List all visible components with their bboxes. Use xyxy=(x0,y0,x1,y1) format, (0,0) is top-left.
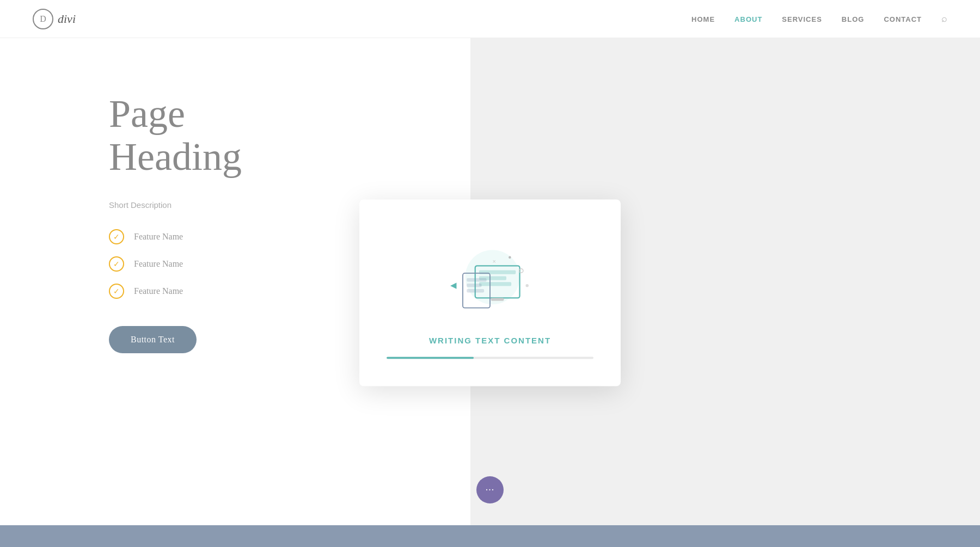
nav-home[interactable]: HOME xyxy=(691,15,715,23)
cta-button[interactable]: Button Text xyxy=(109,326,197,353)
logo-icon: D xyxy=(33,9,53,29)
progress-bar xyxy=(387,357,474,359)
modal-illustration: ◀ × xyxy=(436,232,544,319)
svg-rect-7 xyxy=(467,278,486,281)
feature-label-2: Feature Name xyxy=(134,259,183,269)
svg-text:◀: ◀ xyxy=(450,281,457,290)
feature-label-3: Feature Name xyxy=(134,286,183,296)
progress-container xyxy=(387,357,593,359)
nav-links: HOME ABOUT SERVICES BLOG CONTACT ⌕ xyxy=(691,13,947,24)
modal-title: WRITING TEXT CONTENT xyxy=(429,335,551,345)
logo-text: divi xyxy=(58,12,76,26)
logo[interactable]: D divi xyxy=(33,9,76,29)
page-heading: Page Heading xyxy=(109,93,980,179)
check-icon-2: ✓ xyxy=(109,256,124,272)
check-icon-1: ✓ xyxy=(109,229,124,244)
nav-about[interactable]: ABOUT xyxy=(734,15,762,23)
svg-rect-9 xyxy=(467,289,484,292)
feature-label-1: Feature Name xyxy=(134,232,183,242)
navbar: D divi HOME ABOUT SERVICES BLOG CONTACT … xyxy=(0,0,980,38)
modal-card: ◀ × WRITING TEXT CONTENT xyxy=(359,199,621,386)
nav-services[interactable]: SERVICES xyxy=(782,15,822,23)
nav-blog[interactable]: BLOG xyxy=(842,15,865,23)
svg-point-13 xyxy=(509,256,511,259)
search-icon[interactable]: ⌕ xyxy=(941,13,947,24)
main-content: Page Heading Short Description ✓ Feature… xyxy=(0,38,980,547)
svg-rect-5 xyxy=(491,298,504,300)
floating-dots-button[interactable]: ··· xyxy=(476,476,504,503)
svg-text:×: × xyxy=(493,257,496,264)
svg-rect-8 xyxy=(467,284,481,287)
nav-contact[interactable]: CONTACT xyxy=(884,15,922,23)
svg-rect-4 xyxy=(479,282,511,286)
check-icon-3: ✓ xyxy=(109,284,124,299)
svg-point-12 xyxy=(525,284,528,286)
